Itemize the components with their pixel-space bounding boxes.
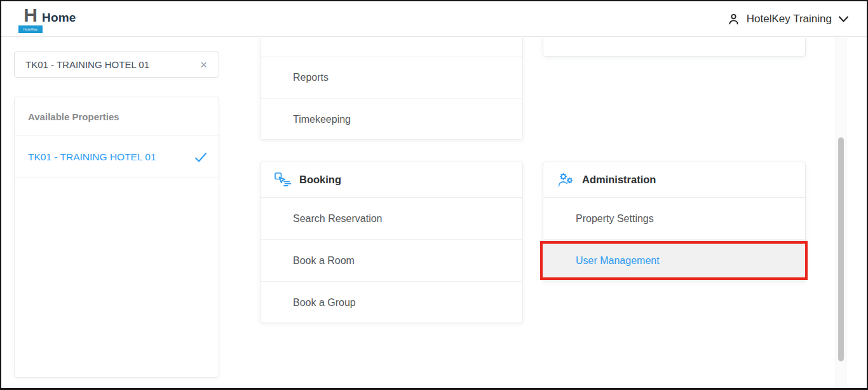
menu-item-user-management[interactable]: User Management bbox=[543, 240, 805, 282]
logo-letter: H bbox=[18, 6, 43, 25]
top-bar: H HotelKey Home HotelKey Training bbox=[1, 1, 867, 37]
clear-search-icon[interactable]: × bbox=[198, 57, 210, 72]
search-input-value: TK01 - TRAINING HOTEL 01 bbox=[25, 59, 198, 70]
vertical-scrollbar-track[interactable] bbox=[836, 37, 846, 388]
available-properties-panel: Available Properties TK01 - TRAINING HOT… bbox=[14, 97, 219, 378]
selected-check-icon bbox=[194, 152, 207, 162]
cut-off-row bbox=[261, 38, 522, 57]
menu-item-search-reservation[interactable]: Search Reservation bbox=[261, 198, 522, 240]
vertical-scrollbar-thumb[interactable] bbox=[838, 137, 844, 361]
booking-card-title: Booking bbox=[299, 174, 341, 186]
menu-item-label: Search Reservation bbox=[293, 213, 383, 225]
available-properties-title: Available Properties bbox=[15, 97, 219, 136]
app-window: H HotelKey Home HotelKey Training TK01 -… bbox=[0, 0, 868, 390]
user-account-menu[interactable]: HotelKey Training bbox=[727, 1, 849, 36]
page-title: Home bbox=[42, 11, 76, 25]
property-item-label: TK01 - TRAINING HOTEL 01 bbox=[28, 151, 194, 163]
admin-user-gear-icon bbox=[557, 172, 574, 188]
menu-item-book-a-room[interactable]: Book a Room bbox=[261, 240, 522, 282]
cut-off-card-bottom bbox=[543, 38, 806, 57]
menu-item-reports[interactable]: Reports bbox=[261, 57, 522, 99]
chevron-down-icon bbox=[838, 15, 849, 23]
user-name-label: HotelKey Training bbox=[747, 13, 832, 25]
logo-brand-label: HotelKey bbox=[18, 25, 43, 33]
booking-card: Booking Search Reservation Book a Room B… bbox=[260, 162, 523, 323]
menu-item-label: Book a Room bbox=[293, 255, 355, 267]
menu-item-label: Reports bbox=[293, 72, 329, 83]
menu-item-label: Book a Group bbox=[293, 297, 356, 309]
menu-item-book-a-group[interactable]: Book a Group bbox=[261, 282, 522, 324]
property-item-tk01[interactable]: TK01 - TRAINING HOTEL 01 bbox=[15, 136, 219, 178]
administration-card-header: Administration bbox=[543, 162, 805, 198]
hotelkey-logo[interactable]: H HotelKey bbox=[18, 6, 43, 33]
administration-card-title: Administration bbox=[582, 174, 656, 186]
administration-card: Administration Property Settings User Ma… bbox=[543, 162, 806, 281]
menu-item-property-settings[interactable]: Property Settings bbox=[543, 198, 805, 240]
menu-item-label: Timekeeping bbox=[293, 114, 351, 125]
menu-item-timekeeping[interactable]: Timekeeping bbox=[261, 99, 522, 140]
menu-item-label: User Management bbox=[576, 255, 660, 267]
booking-click-icon bbox=[275, 172, 292, 187]
property-menu-card-partial: Reports Timekeeping bbox=[260, 38, 523, 140]
person-outline-icon bbox=[727, 12, 740, 26]
property-search-input[interactable]: TK01 - TRAINING HOTEL 01 × bbox=[14, 52, 219, 78]
booking-card-header: Booking bbox=[261, 162, 522, 198]
menu-item-label: Property Settings bbox=[576, 213, 654, 225]
